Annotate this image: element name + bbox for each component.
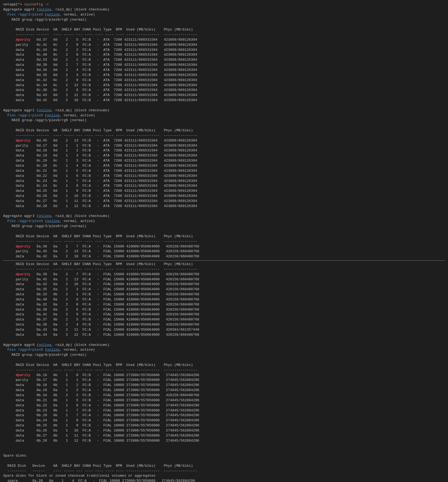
- section-divider: [3, 260, 445, 261]
- terminal-window: netapp1*> sysconfig -r Aggregate aggr2 (…: [3, 2, 445, 482]
- terminal-output: netapp1*> sysconfig -r Aggregate aggr2 (…: [3, 2, 445, 259]
- terminal-output-2: RAID Disk Device HA SHELF BAY CHAN Pool …: [3, 262, 445, 482]
